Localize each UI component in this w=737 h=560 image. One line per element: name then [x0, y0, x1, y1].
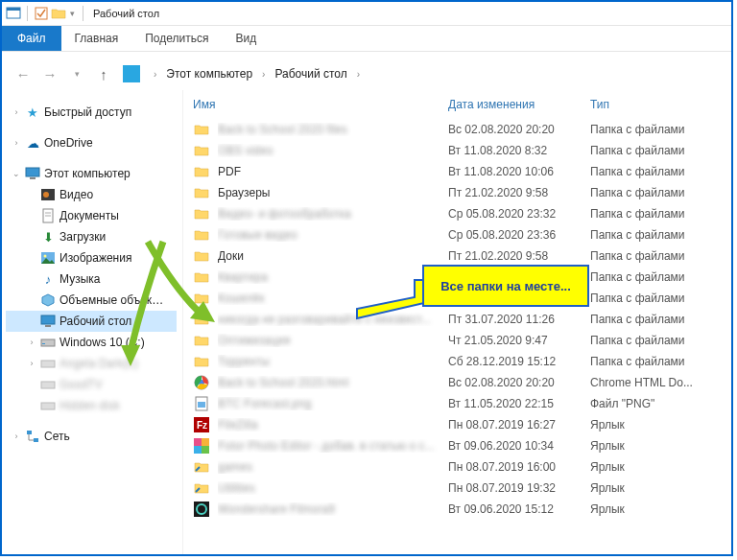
- file-type: Папка с файлами: [590, 292, 731, 305]
- svg-rect-4: [30, 177, 36, 179]
- file-row[interactable]: ОптимизацияЧт 21.05.2020 9:47Папка с фай…: [183, 330, 731, 351]
- column-header-name[interactable]: Имя: [193, 98, 448, 111]
- qat-checkbox-icon[interactable]: [34, 6, 49, 21]
- tree-videos[interactable]: Видео: [6, 184, 177, 205]
- file-row[interactable]: БраузерыПт 21.02.2020 9:58Папка с файлам…: [183, 182, 731, 203]
- file-date: Вс 02.08.2020 20:20: [448, 123, 590, 136]
- chevron-right-icon[interactable]: ›: [27, 338, 36, 347]
- chevron-right-icon[interactable]: ›: [357, 69, 360, 80]
- window-title: Рабочий стол: [93, 8, 159, 19]
- desktop-icon: [40, 314, 56, 329]
- qat-folder-icon[interactable]: [51, 6, 66, 21]
- column-headers: Имя Дата изменения Тип: [183, 90, 731, 119]
- file-name: games: [218, 460, 448, 474]
- qat-dropdown-icon[interactable]: ▾: [70, 9, 75, 18]
- folder-icon: [193, 353, 210, 370]
- tree-network[interactable]: › Сеть: [6, 426, 177, 447]
- file-type: Папка с файлами: [590, 313, 731, 326]
- breadcrumb-item[interactable]: Этот компьютер: [166, 67, 252, 81]
- tree-label: Сеть: [44, 430, 70, 443]
- file-name: PDF: [218, 165, 448, 178]
- file-type: Chrome HTML Do...: [590, 376, 731, 389]
- nav-back-button[interactable]: ←: [12, 62, 35, 85]
- fotor-icon: [193, 437, 210, 455]
- file-date: Пт 31.07.2020 11:26: [448, 313, 590, 326]
- tree-label: Музыка: [59, 272, 100, 286]
- file-name: Готовые видео: [218, 228, 448, 242]
- breadcrumb-root-icon[interactable]: [123, 65, 140, 82]
- tree-documents[interactable]: Документы: [6, 205, 177, 226]
- file-date: Вт 11.08.2020 8:32: [448, 144, 590, 157]
- svg-point-6: [43, 192, 49, 198]
- file-name: Utilities: [218, 481, 448, 495]
- file-row[interactable]: Back to School 2020 filesВс 02.08.2020 2…: [183, 119, 731, 140]
- chevron-right-icon[interactable]: ›: [12, 107, 21, 117]
- svg-marker-33: [357, 280, 424, 318]
- title-bar: ▾ Рабочий стол: [2, 2, 731, 26]
- svg-rect-12: [41, 315, 55, 324]
- drive-icon: [40, 335, 56, 350]
- file-row[interactable]: Wondershare Filmora9Вт 09.06.2020 15:12Я…: [183, 499, 731, 520]
- tree-hidden-drive[interactable]: GoodTV: [6, 374, 177, 395]
- chevron-right-icon[interactable]: ›: [12, 432, 21, 441]
- file-row[interactable]: Fotor Photo Editor - добав. в статью о с…: [183, 435, 731, 456]
- svg-rect-19: [27, 431, 32, 434]
- file-list: Имя Дата изменения Тип Back to School 20…: [183, 90, 731, 554]
- file-row[interactable]: ТоррентыСб 28.12.2019 15:12Папка с файла…: [183, 351, 731, 372]
- file-type: Ярлык: [590, 460, 731, 474]
- chevron-right-icon[interactable]: ›: [154, 69, 156, 80]
- file-type: Ярлык: [590, 418, 731, 432]
- chevron-right-icon[interactable]: ›: [27, 359, 36, 368]
- tree-label: GoodTV: [59, 378, 103, 391]
- tree-onedrive[interactable]: › ☁ OneDrive: [6, 132, 177, 153]
- svg-rect-14: [41, 339, 55, 346]
- svg-rect-27: [194, 438, 202, 446]
- file-row[interactable]: ДокиПт 21.02.2020 9:58Папка с файлами: [183, 245, 731, 267]
- file-row[interactable]: OBS videoВт 11.08.2020 8:32Папка с файла…: [183, 140, 731, 161]
- file-date: Вс 02.08.2020 20:20: [448, 376, 590, 389]
- nav-up-button[interactable]: ↑: [92, 62, 115, 85]
- file-type: Папка с файлами: [590, 228, 731, 242]
- file-type: Ярлык: [590, 481, 731, 495]
- nav-history-dropdown[interactable]: ▾: [65, 62, 88, 85]
- svg-rect-24: [198, 402, 205, 408]
- file-date: Вт 11.08.2020 10:06: [448, 165, 590, 178]
- chevron-down-icon[interactable]: ⌄: [12, 169, 21, 178]
- file-row[interactable]: BTC Forecast.pngВт 11.05.2020 22:15Файл …: [183, 393, 731, 414]
- file-row[interactable]: Back to School 2020.htmlВс 02.08.2020 20…: [183, 372, 731, 393]
- computer-icon: [25, 166, 40, 181]
- fz-icon: Fz: [193, 416, 210, 433]
- column-header-date[interactable]: Дата изменения: [448, 98, 590, 111]
- file-date: Ср 05.08.2020 23:36: [448, 228, 590, 242]
- chrome-icon: [193, 374, 210, 391]
- svg-rect-30: [202, 446, 209, 454]
- star-icon: ★: [25, 105, 40, 120]
- tree-quick-access[interactable]: › ★ Быстрый доступ: [6, 102, 177, 123]
- chevron-right-icon[interactable]: ›: [12, 138, 21, 148]
- file-row[interactable]: Готовые видеоСр 05.08.2020 23:36Папка с …: [183, 224, 731, 245]
- ribbon-tab-view[interactable]: Вид: [222, 26, 270, 51]
- file-date: Вт 09.06.2020 15:12: [448, 502, 590, 516]
- cube-icon: [40, 292, 56, 308]
- chevron-right-icon[interactable]: ›: [262, 69, 265, 80]
- tree-hidden-drive[interactable]: Hidden disk: [6, 395, 177, 416]
- file-row[interactable]: никогда не разговаривайте с неизвест...П…: [183, 309, 731, 330]
- file-row[interactable]: PDFВт 11.08.2020 10:06Папка с файлами: [183, 161, 731, 182]
- file-type: Папка с файлами: [590, 144, 731, 157]
- file-name: Браузеры: [218, 186, 448, 199]
- ribbon-tab-home[interactable]: Главная: [61, 26, 132, 51]
- column-header-type[interactable]: Тип: [590, 98, 731, 111]
- tree-this-pc[interactable]: ⌄ Этот компьютер: [6, 163, 177, 184]
- tree-label: OneDrive: [44, 136, 93, 150]
- ribbon-file-tab[interactable]: Файл: [2, 26, 61, 51]
- file-row[interactable]: gamesПн 08.07.2019 16:00Ярлык: [183, 456, 731, 478]
- file-name: FileZilla: [218, 418, 448, 432]
- nav-forward-button[interactable]: →: [38, 62, 61, 85]
- ribbon-tab-share[interactable]: Поделиться: [131, 26, 222, 51]
- file-row[interactable]: FzFileZillaПн 08.07.2019 16:27Ярлык: [183, 414, 731, 435]
- file-row[interactable]: Видео- и фотообработкаСр 05.08.2020 23:3…: [183, 203, 731, 224]
- file-date: Сб 28.12.2019 15:12: [448, 355, 590, 368]
- picture-icon: [40, 250, 56, 266]
- breadcrumb-item[interactable]: Рабочий стол: [274, 67, 346, 81]
- file-row[interactable]: UtilitiesПн 08.07.2019 19:32Ярлык: [183, 478, 731, 499]
